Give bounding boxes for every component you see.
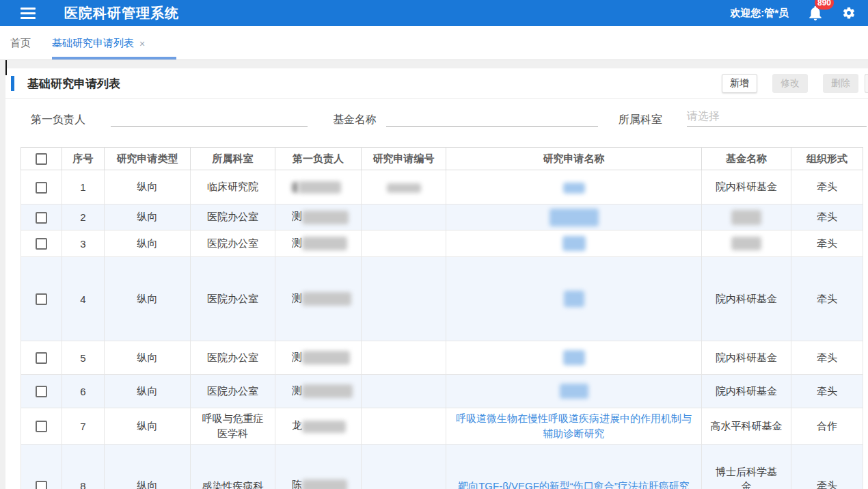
table-row: 3 纵向 医院办公室 测 牵头 bbox=[21, 230, 863, 257]
welcome-text: 欢迎您:管*员 bbox=[730, 7, 789, 20]
cell-type: 纵向 bbox=[105, 341, 191, 375]
top-bar: 医院科研管理系统 欢迎您:管*员 890 bbox=[0, 0, 868, 26]
row-checkbox[interactable] bbox=[36, 293, 47, 305]
row-checkbox[interactable] bbox=[36, 182, 47, 194]
cell-name-link[interactable]: 靶向TGF-β/VEGF的新型“伤口愈合”疗法抗肝癌研究 bbox=[446, 445, 702, 489]
table-row: 5 纵向 医院办公室 测 院内科研基金 牵头 bbox=[21, 341, 863, 375]
select-all-cell bbox=[21, 148, 62, 170]
active-tab-underline bbox=[52, 57, 176, 60]
row-checkbox[interactable] bbox=[36, 421, 47, 432]
table-header-row: 序号 研究申请类型 所属科室 第一负责人 研究申请编号 研究申请名称 基金名称 … bbox=[21, 148, 863, 170]
fund-filter-input[interactable] bbox=[386, 107, 598, 127]
cell-serial: 8 bbox=[62, 445, 105, 489]
edit-button[interactable]: 修改 bbox=[772, 74, 808, 93]
add-button[interactable]: 新增 bbox=[722, 74, 757, 93]
col-code: 研究申请编号 bbox=[362, 148, 446, 170]
redacted-name-link[interactable] bbox=[563, 350, 585, 365]
row-checkbox[interactable] bbox=[36, 212, 47, 224]
cell-name[interactable] bbox=[446, 170, 702, 204]
cell-fund: 院内科研基金 bbox=[702, 257, 791, 341]
top-bar-right: 欢迎您:管*员 890 bbox=[730, 4, 868, 22]
cell-code bbox=[362, 257, 446, 341]
cell-leader: 测 bbox=[275, 204, 362, 230]
cell-code bbox=[362, 408, 446, 445]
cell-serial: 1 bbox=[62, 170, 105, 204]
checkbox-cell bbox=[21, 204, 62, 230]
cell-name[interactable] bbox=[446, 341, 702, 375]
redacted-name-link[interactable] bbox=[560, 384, 588, 399]
cell-name-link[interactable]: 呼吸道微生物在慢性呼吸道疾病进展中的作用机制与辅助诊断研究 bbox=[446, 408, 702, 445]
row-checkbox[interactable] bbox=[36, 386, 47, 397]
cell-name[interactable] bbox=[446, 204, 702, 230]
text-cursor-artifact bbox=[5, 60, 7, 75]
leader-prefix: 测 bbox=[292, 237, 302, 248]
cell-type: 纵向 bbox=[105, 204, 191, 230]
cell-type: 纵向 bbox=[105, 257, 191, 341]
hamburger-icon[interactable] bbox=[21, 8, 37, 19]
cell-serial: 2 bbox=[62, 204, 105, 230]
leader-prefix: 陈 bbox=[292, 479, 302, 489]
cell-org: 牵头 bbox=[791, 341, 863, 375]
cell-code bbox=[362, 204, 446, 230]
cell-name[interactable] bbox=[446, 257, 702, 341]
app-title: 医院科研管理系统 bbox=[64, 4, 179, 23]
checkbox-cell bbox=[21, 375, 62, 408]
delete-button[interactable]: 删除 bbox=[823, 74, 858, 93]
cell-serial: 4 bbox=[62, 257, 105, 341]
cell-dept: 医院办公室 bbox=[191, 341, 275, 375]
row-checkbox[interactable] bbox=[36, 481, 47, 489]
cell-name[interactable] bbox=[446, 230, 702, 257]
title-accent-bar bbox=[11, 76, 14, 91]
tab-home[interactable]: 首页 bbox=[10, 37, 31, 50]
select-all-checkbox[interactable] bbox=[36, 153, 47, 165]
row-checkbox[interactable] bbox=[36, 238, 47, 250]
table-row: 2 纵向 医院办公室 测 牵头 bbox=[21, 204, 863, 230]
page-title-row: 基础研究申请列表 新增 修改 删除 bbox=[5, 68, 868, 98]
cell-type: 纵向 bbox=[105, 230, 191, 257]
cell-org: 牵头 bbox=[791, 257, 863, 341]
cell-org: 牵头 bbox=[791, 445, 863, 489]
checkbox-cell bbox=[21, 257, 62, 341]
cell-type: 纵向 bbox=[105, 375, 191, 408]
cell-type: 纵向 bbox=[105, 408, 191, 445]
cell-code bbox=[362, 341, 446, 375]
cell-fund bbox=[702, 204, 791, 230]
cell-org: 合作 bbox=[791, 408, 863, 445]
table-row: 7 纵向 呼吸与危重症医学科 龙 呼吸道微生物在慢性呼吸道疾病进展中的作用机制与… bbox=[21, 408, 863, 445]
cell-code bbox=[362, 230, 446, 257]
checkbox-cell bbox=[21, 170, 62, 204]
cell-serial: 5 bbox=[62, 341, 105, 375]
cell-fund: 博士后科学基金 面上资助 bbox=[702, 445, 791, 489]
redacted-fund bbox=[731, 237, 761, 250]
clipped-button[interactable] bbox=[865, 74, 868, 93]
cell-org: 牵头 bbox=[791, 375, 863, 408]
cell-fund: 院内科研基金 bbox=[702, 170, 791, 204]
cell-type: 纵向 bbox=[105, 170, 191, 204]
dept-select[interactable]: 请选择 bbox=[687, 107, 867, 127]
col-name: 研究申请名称 bbox=[446, 148, 702, 170]
cell-code bbox=[362, 375, 446, 408]
cell-leader bbox=[275, 170, 362, 204]
col-dept: 所属科室 bbox=[191, 148, 275, 170]
bell-icon[interactable]: 890 bbox=[806, 4, 824, 22]
leader-filter-input[interactable] bbox=[111, 107, 308, 127]
tab-basic-research-list[interactable]: 基础研究申请列表 × bbox=[52, 37, 145, 50]
redacted-name-link[interactable] bbox=[550, 209, 599, 226]
redacted-name-link[interactable] bbox=[564, 291, 584, 307]
checkbox-cell bbox=[21, 445, 62, 489]
close-icon[interactable]: × bbox=[139, 38, 145, 49]
content-panel: 基础研究申请列表 新增 修改 删除 第一负责人 基金名称 所属科室 请选择 bbox=[5, 68, 868, 489]
redacted-leader bbox=[292, 182, 299, 193]
cell-dept: 呼吸与危重症医学科 bbox=[191, 408, 275, 445]
cell-org: 牵头 bbox=[791, 204, 863, 230]
col-leader: 第一负责人 bbox=[275, 148, 362, 170]
redacted-name-link[interactable] bbox=[562, 236, 586, 251]
gear-icon[interactable] bbox=[842, 6, 856, 20]
row-checkbox[interactable] bbox=[36, 352, 47, 364]
table-row: 8 纵向 感染性疾病科 陈 靶向TGF-β/VEGF的新型“伤口愈合”疗法抗肝癌… bbox=[21, 445, 863, 489]
redacted-name-link[interactable] bbox=[563, 183, 585, 194]
cell-dept: 临床研究院 bbox=[191, 170, 275, 204]
redacted-leader bbox=[302, 384, 353, 398]
cell-name[interactable] bbox=[446, 375, 702, 408]
app-window: 医院科研管理系统 欢迎您:管*员 890 首页 基础研究申请列表 × bbox=[0, 0, 868, 489]
